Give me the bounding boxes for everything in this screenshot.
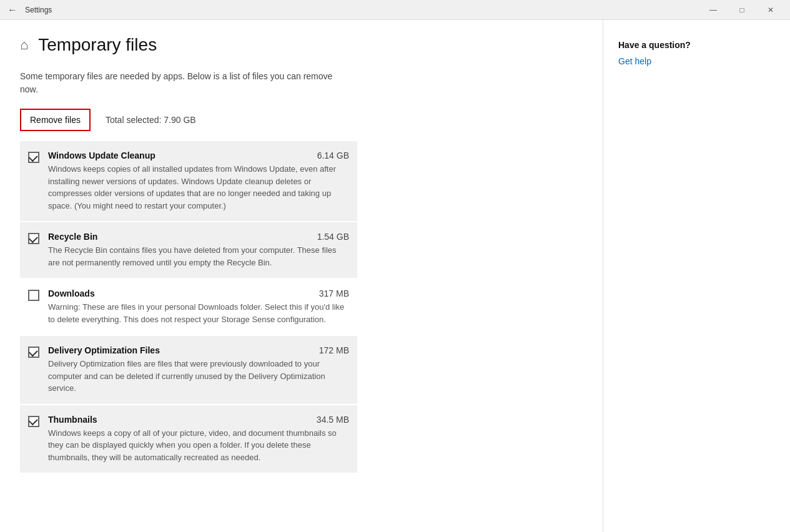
checkbox-wrap (28, 290, 39, 301)
file-description: Windows keeps copies of all installed up… (48, 163, 349, 212)
back-button[interactable]: ← (5, 3, 20, 17)
page-header: ⌂ Temporary files (20, 35, 583, 55)
file-size: 1.54 GB (317, 232, 349, 242)
checkbox-wrap (28, 152, 39, 163)
file-size: 317 MB (319, 288, 349, 298)
file-list: Windows Update Cleanup6.14 GBWindows kee… (20, 141, 357, 473)
home-icon: ⌂ (20, 37, 28, 53)
file-name: Windows Update Cleanup (48, 150, 156, 160)
minimize-button[interactable]: — (699, 0, 728, 20)
file-item: Recycle Bin1.54 GBThe Recycle Bin contai… (20, 222, 357, 278)
file-checkbox[interactable] (28, 233, 39, 244)
file-description: Warning: These are files in your persona… (48, 301, 349, 325)
file-header: Thumbnails34.5 MB (48, 415, 349, 425)
file-name: Delivery Optimization Files (48, 345, 160, 355)
file-info: Windows Update Cleanup6.14 GBWindows kee… (48, 150, 349, 212)
checkbox-wrap (28, 416, 39, 427)
close-button[interactable]: ✕ (756, 0, 785, 20)
file-info: Recycle Bin1.54 GBThe Recycle Bin contai… (48, 232, 349, 268)
file-item: Windows Update Cleanup6.14 GBWindows kee… (20, 141, 357, 221)
page-description: Some temporary files are needed by apps.… (20, 70, 345, 96)
app-body: ⌂ Temporary files Some temporary files a… (0, 20, 790, 532)
file-name: Recycle Bin (48, 232, 97, 242)
titlebar-left: ← Settings (5, 3, 52, 17)
file-size: 172 MB (319, 345, 349, 355)
file-info: Thumbnails34.5 MBWindows keeps a copy of… (48, 415, 349, 464)
file-description: Delivery Optimization files are files th… (48, 358, 349, 395)
titlebar-title: Settings (25, 6, 52, 14)
file-checkbox[interactable] (28, 347, 39, 358)
maximize-button[interactable]: □ (728, 0, 756, 20)
file-header: Downloads317 MB (48, 288, 349, 298)
file-size: 34.5 MB (317, 415, 349, 425)
file-name: Thumbnails (48, 415, 97, 425)
remove-files-button[interactable]: Remove files (20, 109, 91, 131)
titlebar: ← Settings — □ ✕ (0, 0, 790, 20)
file-name: Downloads (48, 288, 95, 298)
file-description: Windows keeps a copy of all of your pict… (48, 427, 349, 464)
file-header: Windows Update Cleanup6.14 GB (48, 150, 349, 160)
checkbox-wrap (28, 233, 39, 244)
file-header: Delivery Optimization Files172 MB (48, 345, 349, 355)
file-header: Recycle Bin1.54 GB (48, 232, 349, 242)
help-sidebar: Have a question? Get help (603, 20, 790, 532)
checkbox-wrap (28, 347, 39, 358)
file-checkbox[interactable] (28, 290, 39, 301)
titlebar-controls: — □ ✕ (699, 0, 785, 20)
file-checkbox[interactable] (28, 416, 39, 427)
file-info: Downloads317 MBWarning: These are files … (48, 288, 349, 325)
file-info: Delivery Optimization Files172 MBDeliver… (48, 345, 349, 395)
main-content: ⌂ Temporary files Some temporary files a… (0, 20, 603, 532)
file-checkbox[interactable] (28, 152, 39, 163)
file-item: Thumbnails34.5 MBWindows keeps a copy of… (20, 405, 357, 473)
file-size: 6.14 GB (317, 150, 349, 160)
get-help-link[interactable]: Get help (618, 56, 651, 66)
file-description: The Recycle Bin contains files you have … (48, 244, 349, 268)
help-title: Have a question? (618, 40, 775, 50)
total-selected-label: Total selected: 7.90 GB (106, 115, 196, 125)
page-title: Temporary files (38, 35, 157, 55)
toolbar: Remove files Total selected: 7.90 GB (20, 109, 583, 131)
file-item: Delivery Optimization Files172 MBDeliver… (20, 336, 357, 404)
file-item: Downloads317 MBWarning: These are files … (20, 279, 357, 335)
